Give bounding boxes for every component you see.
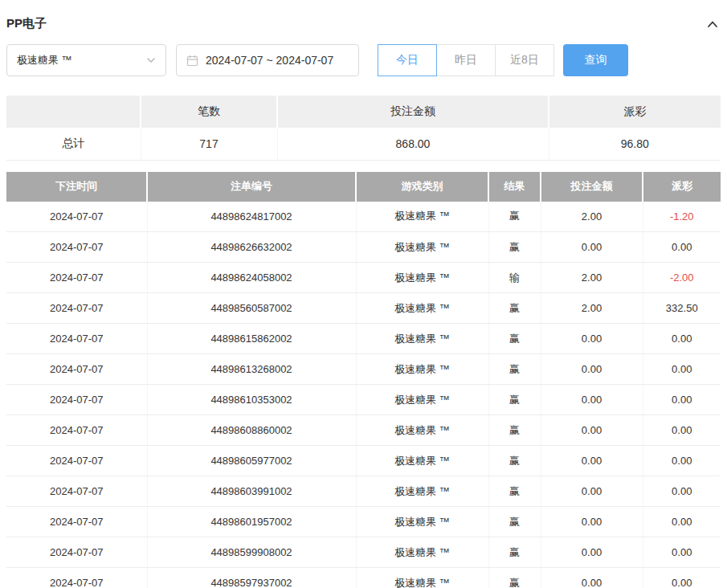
cell-bet-amount: 0.00 — [541, 385, 643, 415]
panel-header: PP电子 — [6, 0, 721, 44]
cell-bet-time: 2024-07-07 — [6, 507, 147, 537]
cell-result: 赢 — [488, 202, 541, 232]
table-row: 2024-07-07 44898605977002 极速糖果 ™ 赢 0.00 … — [6, 446, 721, 476]
summary-header-bet-amount: 投注金额 — [277, 96, 549, 128]
quick-button-yesterday[interactable]: 昨日 — [436, 44, 496, 76]
cell-bet-amount: 0.00 — [541, 324, 643, 354]
records-tbody: 2024-07-07 44898624817002 极速糖果 ™ 赢 2.00 … — [6, 202, 721, 588]
cell-payout: 0.00 — [643, 568, 721, 588]
summary-total-count: 717 — [141, 128, 277, 160]
cell-bet-time: 2024-07-07 — [6, 354, 147, 385]
cell-order-number: 44898613268002 — [147, 354, 356, 385]
cell-order-number: 44898560587002 — [147, 293, 356, 324]
cell-result: 输 — [488, 263, 541, 293]
cell-game-category: 极速糖果 ™ — [356, 232, 488, 263]
header-payout: 派彩 — [643, 172, 721, 202]
table-row: 2024-07-07 44898597937002 极速糖果 ™ 赢 0.00 … — [6, 568, 721, 588]
chevron-down-icon — [146, 57, 156, 63]
pp-electronic-panel: PP电子 极速糖果 ™ 2024-07-07 ~ 2024-07-07 今日 — [0, 0, 727, 588]
cell-game-category: 极速糖果 ™ — [356, 293, 488, 324]
summary-total-label: 总计 — [6, 128, 141, 160]
cell-result: 赢 — [488, 537, 541, 568]
cell-order-number: 44898601957002 — [147, 507, 356, 537]
table-row: 2024-07-07 44898599908002 极速糖果 ™ 赢 0.00 … — [6, 537, 721, 568]
cell-bet-amount: 0.00 — [541, 415, 643, 446]
cell-payout: 0.00 — [643, 476, 721, 507]
cell-game-category: 极速糖果 ™ — [356, 263, 488, 293]
cell-bet-time: 2024-07-07 — [6, 415, 147, 446]
table-row: 2024-07-07 44898601957002 极速糖果 ™ 赢 0.00 … — [6, 507, 721, 537]
summary-header-payout: 派彩 — [549, 96, 721, 128]
cell-payout: 0.00 — [643, 507, 721, 537]
cell-bet-amount: 0.00 — [541, 446, 643, 476]
cell-payout: 0.00 — [643, 537, 721, 568]
cell-game-category: 极速糖果 ™ — [356, 385, 488, 415]
header-bet-time: 下注时间 — [6, 172, 147, 202]
records-table: 下注时间 注单编号 游戏类别 结果 投注金额 派彩 2024-07-07 448… — [6, 172, 721, 588]
query-button[interactable]: 查询 — [563, 44, 628, 76]
header-result: 结果 — [488, 172, 541, 202]
date-range-value: 2024-07-07 ~ 2024-07-07 — [206, 54, 333, 67]
cell-result: 赢 — [488, 476, 541, 507]
summary-total-payout: 96.80 — [549, 128, 721, 160]
quick-button-today[interactable]: 今日 — [378, 44, 437, 76]
cell-result: 赢 — [488, 507, 541, 537]
cell-payout: 0.00 — [643, 446, 721, 476]
cell-game-category: 极速糖果 ™ — [356, 476, 488, 507]
cell-game-category: 极速糖果 ™ — [356, 537, 488, 568]
table-row: 2024-07-07 44898626632002 极速糖果 ™ 赢 0.00 … — [6, 232, 721, 263]
cell-game-category: 极速糖果 ™ — [356, 568, 488, 588]
chevron-up-icon — [706, 18, 719, 30]
cell-game-category: 极速糖果 ™ — [356, 324, 488, 354]
cell-bet-time: 2024-07-07 — [6, 446, 147, 476]
quick-button-last-8-days[interactable]: 近8日 — [495, 44, 554, 76]
table-row: 2024-07-07 44898603991002 极速糖果 ™ 赢 0.00 … — [6, 476, 721, 507]
cell-payout: 332.50 — [643, 293, 721, 324]
summary-table: 笔数 投注金额 派彩 总计 717 868.00 96.80 — [6, 96, 721, 161]
table-row: 2024-07-07 44898608860002 极速糖果 ™ 赢 0.00 … — [6, 415, 721, 446]
collapse-panel-button[interactable] — [706, 18, 719, 30]
summary-total-row: 总计 717 868.00 96.80 — [6, 128, 721, 160]
cell-bet-amount: 0.00 — [541, 476, 643, 507]
date-range-input[interactable]: 2024-07-07 ~ 2024-07-07 — [176, 44, 359, 76]
cell-bet-amount: 0.00 — [541, 568, 643, 588]
cell-bet-amount: 2.00 — [541, 263, 643, 293]
cell-order-number: 44898624817002 — [147, 202, 356, 232]
cell-bet-time: 2024-07-07 — [6, 293, 147, 324]
cell-game-category: 极速糖果 ™ — [356, 202, 488, 232]
cell-order-number: 44898599908002 — [147, 537, 356, 568]
cell-game-category: 极速糖果 ™ — [356, 446, 488, 476]
table-row: 2024-07-07 44898624817002 极速糖果 ™ 赢 2.00 … — [6, 202, 721, 232]
summary-header-count: 笔数 — [141, 96, 277, 128]
cell-bet-amount: 2.00 — [541, 202, 643, 232]
cell-bet-time: 2024-07-07 — [6, 385, 147, 415]
cell-payout: 0.00 — [643, 232, 721, 263]
cell-payout: 0.00 — [643, 354, 721, 385]
page-title: PP电子 — [6, 16, 47, 31]
cell-payout: 0.00 — [643, 415, 721, 446]
cell-payout: -2.00 — [643, 263, 721, 293]
cell-bet-amount: 0.00 — [541, 507, 643, 537]
summary-total-bet: 868.00 — [277, 128, 549, 160]
cell-order-number: 44898626632002 — [147, 232, 356, 263]
cell-result: 赢 — [488, 232, 541, 263]
cell-bet-amount: 0.00 — [541, 537, 643, 568]
cell-result: 赢 — [488, 293, 541, 324]
cell-result: 赢 — [488, 568, 541, 588]
cell-bet-amount: 0.00 — [541, 232, 643, 263]
header-game-category: 游戏类别 — [356, 172, 488, 202]
cell-bet-time: 2024-07-07 — [6, 476, 147, 507]
table-row: 2024-07-07 44898613268002 极速糖果 ™ 赢 0.00 … — [6, 354, 721, 385]
cell-order-number: 44898597937002 — [147, 568, 356, 588]
header-order-number: 注单编号 — [147, 172, 356, 202]
cell-bet-time: 2024-07-07 — [6, 232, 147, 263]
filter-bar: 极速糖果 ™ 2024-07-07 ~ 2024-07-07 今日 昨日 近8日… — [6, 44, 721, 76]
game-select[interactable]: 极速糖果 ™ — [6, 44, 166, 76]
cell-result: 赢 — [488, 385, 541, 415]
records-header-row: 下注时间 注单编号 游戏类别 结果 投注金额 派彩 — [6, 172, 721, 202]
cell-bet-time: 2024-07-07 — [6, 324, 147, 354]
cell-game-category: 极速糖果 ™ — [356, 415, 488, 446]
cell-game-category: 极速糖果 ™ — [356, 354, 488, 385]
table-row: 2024-07-07 44898610353002 极速糖果 ™ 赢 0.00 … — [6, 385, 721, 415]
game-select-value: 极速糖果 ™ — [17, 53, 72, 67]
